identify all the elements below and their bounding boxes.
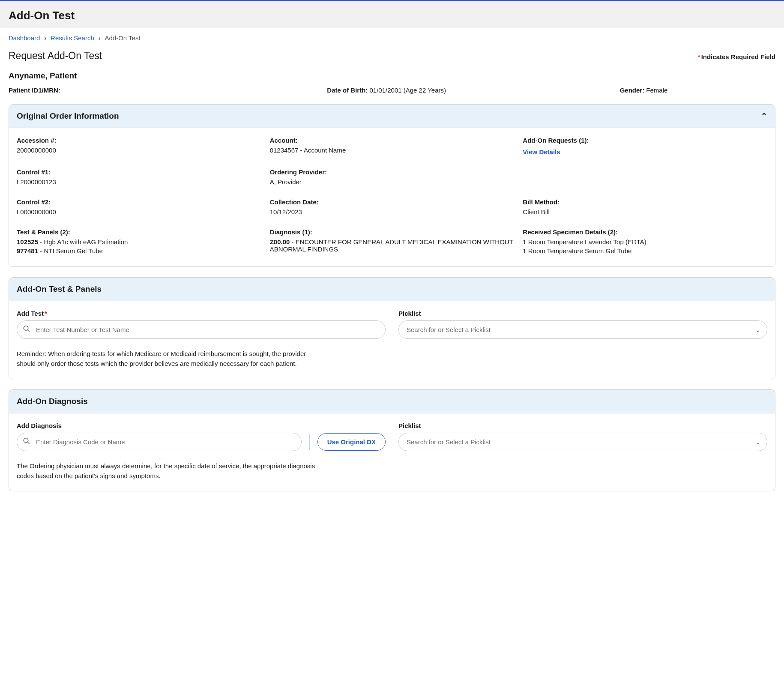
dob-label: Date of Birth:	[327, 87, 368, 94]
page-title: Add-On Test	[9, 9, 775, 22]
diagnosis-item: Z00.00 - ENCOUNTER FOR GENERAL ADULT MED…	[270, 238, 515, 253]
addon-diagnosis-header-title: Add-On Diagnosis	[17, 397, 88, 406]
breadcrumb-current: Add-On Test	[105, 34, 140, 42]
breadcrumb-dashboard[interactable]: Dashboard	[9, 34, 40, 42]
tests-label: Test & Panels (2):	[17, 228, 261, 236]
diagnosis-list: Z00.00 - ENCOUNTER FOR GENERAL ADULT MED…	[270, 238, 515, 253]
collection-date-label: Collection Date:	[270, 198, 515, 206]
test-item: 977481 - NTI Serum Gel Tube	[17, 247, 261, 254]
control2-label: Control #2:	[17, 198, 261, 206]
required-indicator: *Indicates Required Field	[698, 53, 775, 60]
original-order-header[interactable]: Original Order Information ⌃	[9, 105, 775, 128]
bill-method-label: Bill Method:	[523, 198, 767, 206]
specimen-item: 1 Room Temperature Serum Gel Tube	[523, 247, 767, 254]
chevron-right-icon: ›	[99, 35, 101, 42]
original-order-card: Original Order Information ⌃ Accession #…	[9, 104, 775, 267]
add-test-label: Add Test*	[17, 310, 386, 317]
patient-id-label: Patient ID1/MRN:	[9, 87, 60, 94]
addon-diagnosis-card: Add-On Diagnosis Add Diagnosis Use Origi	[9, 389, 775, 491]
dx-disclaimer-text: The Ordering physician must always deter…	[17, 461, 325, 481]
accession-label: Accession #:	[17, 137, 261, 144]
control1-value: L2000000123	[17, 178, 261, 185]
specimen-label: Received Specimen Details (2):	[523, 228, 767, 236]
control2-value: L0000000000	[17, 208, 261, 215]
ordering-provider-value: A, Provider	[270, 178, 515, 185]
page-subheader: Request Add-On Test	[9, 50, 102, 62]
addon-diagnosis-header: Add-On Diagnosis	[9, 390, 775, 413]
top-bar: Add-On Test	[0, 0, 784, 28]
accession-value: 20000000000	[17, 147, 261, 154]
account-value: 01234567 - Account Name	[270, 147, 515, 154]
gender-label: Gender:	[620, 87, 645, 94]
bill-method-value: Client Bill	[523, 208, 767, 215]
specimen-list: 1 Room Temperature Lavender Top (EDTA)1 …	[523, 238, 767, 254]
patient-info-row: Patient ID1/MRN: Date of Birth: 01/01/20…	[9, 87, 775, 94]
chevron-right-icon: ›	[44, 35, 46, 42]
diagnosis-label: Diagnosis (1):	[270, 228, 515, 236]
addon-tests-header-title: Add-On Test & Panels	[17, 284, 102, 294]
gender-value: Female	[646, 87, 667, 94]
test-item: 102525 - Hgb A1c with eAG Estimation	[17, 238, 261, 245]
diagnosis-picklist-select[interactable]: Search for or Select a Picklist	[398, 433, 767, 451]
breadcrumb: Dashboard › Results Search › Add-On Test	[0, 28, 784, 48]
picklist-label-tests: Picklist	[398, 310, 767, 317]
addon-tests-card: Add-On Test & Panels Add Test* Pickl	[9, 277, 775, 379]
reminder-text: Reminder: When ordering tests for which …	[17, 349, 325, 368]
tests-list: 102525 - Hgb A1c with eAG Estimation9774…	[17, 238, 261, 254]
picklist-label-dx: Picklist	[398, 422, 767, 429]
add-diagnosis-label: Add Diagnosis	[17, 422, 386, 429]
addon-tests-header: Add-On Test & Panels	[9, 278, 775, 301]
account-label: Account:	[270, 137, 515, 144]
specimen-item: 1 Room Temperature Lavender Top (EDTA)	[523, 238, 767, 245]
ordering-provider-label: Ordering Provider:	[270, 168, 515, 176]
use-original-dx-button[interactable]: Use Original DX	[317, 433, 386, 451]
control1-label: Control #1:	[17, 168, 261, 176]
collection-date-value: 10/12/2023	[270, 208, 515, 215]
dob-value: 01/01/2001 (Age 22 Years)	[370, 87, 446, 94]
patient-name: Anyname, Patient	[9, 71, 775, 81]
test-picklist-select[interactable]: Search for or Select a Picklist	[398, 320, 767, 339]
add-test-input[interactable]	[17, 320, 386, 339]
add-diagnosis-input[interactable]	[17, 433, 302, 451]
vertical-divider	[309, 434, 310, 450]
original-order-header-title: Original Order Information	[17, 111, 119, 121]
breadcrumb-results-search[interactable]: Results Search	[51, 34, 94, 42]
addon-requests-label: Add-On Requests (1):	[523, 137, 767, 144]
chevron-up-icon: ⌃	[761, 111, 767, 121]
view-details-link[interactable]: View Details	[523, 148, 560, 156]
